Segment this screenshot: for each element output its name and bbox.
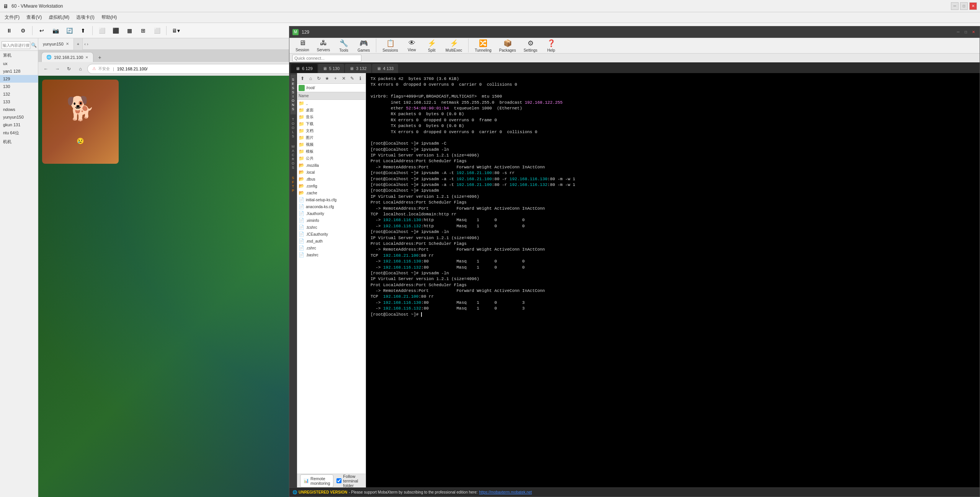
- side-tab-sftp[interactable]: Sftp: [291, 173, 296, 196]
- file-item-10[interactable]: 📂 .local: [297, 169, 366, 176]
- browser-tab-close-icon[interactable]: ✕: [85, 55, 88, 59]
- file-item-9[interactable]: 📂 .mozilla: [297, 162, 366, 169]
- menu-help[interactable]: 帮助(H): [98, 13, 120, 21]
- close-button[interactable]: ✕: [969, 2, 977, 10]
- file-toolbar-bookmark-btn[interactable]: ★: [323, 75, 331, 82]
- sidebar-item-11[interactable]: 机机: [0, 137, 38, 146]
- revert-button[interactable]: ↩: [36, 24, 48, 37]
- sidebar-item-3[interactable]: 129: [0, 75, 38, 83]
- session-tab-130[interactable]: 🖥 5 130: [318, 64, 345, 73]
- pause-button[interactable]: ⏸: [3, 24, 15, 37]
- file-item-11[interactable]: 📂 .dbus: [297, 176, 366, 183]
- file-item-18[interactable]: 📄 .tcshrc: [297, 224, 366, 231]
- toolbar-packages-btn[interactable]: 📦 Packages: [496, 38, 519, 53]
- menu-vm[interactable]: 虚拟机(M): [46, 13, 72, 21]
- browser-tab-active[interactable]: 🌐 192.168.21.100 ✕: [41, 52, 93, 62]
- sidebar-item-9[interactable]: gkun 131: [0, 121, 38, 129]
- statusbar-link[interactable]: https://mobaxterm.mobatek.net: [479, 490, 532, 494]
- file-toolbar-new-btn[interactable]: +: [332, 75, 340, 82]
- file-item-parent[interactable]: 📁 ..: [297, 100, 366, 107]
- quick-connect-input[interactable]: [292, 55, 361, 62]
- sidebar-item-0[interactable]: 算机: [0, 51, 38, 60]
- file-item-14[interactable]: 📄 initial-setup-ks.cfg: [297, 196, 366, 203]
- nav-back-button[interactable]: ←: [41, 64, 51, 73]
- nav-refresh-button[interactable]: ↻: [64, 64, 74, 73]
- sidebar-search-input[interactable]: [2, 41, 30, 49]
- session-tab-133[interactable]: 🖥 4 133: [372, 64, 399, 73]
- toolbar-split-btn[interactable]: ⚡ Split: [423, 38, 441, 53]
- file-item-8[interactable]: 📁 公共: [297, 155, 366, 162]
- toolbar-tools-btn[interactable]: 🔧 Tools: [335, 38, 353, 53]
- sidebar-item-6[interactable]: 133: [0, 98, 38, 106]
- file-item-6[interactable]: 📁 视频: [297, 141, 366, 148]
- vm-tab-close-icon[interactable]: ✕: [66, 42, 69, 46]
- side-tab-sessions[interactable]: Sessions: [291, 75, 296, 114]
- display-button[interactable]: 🖥▾: [170, 24, 182, 37]
- sidebar-item-4[interactable]: 130: [0, 83, 38, 90]
- follow-terminal-checkbox[interactable]: Follow terminal folder: [336, 474, 363, 488]
- file-toolbar-edit-btn[interactable]: ✎: [348, 75, 356, 82]
- follow-terminal-check[interactable]: [336, 478, 341, 483]
- toolbar-tunneling-btn[interactable]: 🔀 Tunneling: [472, 38, 495, 53]
- file-item-5[interactable]: 📁 图片: [297, 134, 366, 141]
- toolbar-settings-btn[interactable]: ⚙ Settings: [521, 38, 541, 53]
- file-item-13[interactable]: 📂 .cache: [297, 189, 366, 196]
- side-tab-tools[interactable]: Tools: [291, 114, 296, 142]
- menu-file[interactable]: 文件(F): [2, 13, 23, 21]
- file-toolbar-refresh-btn[interactable]: ↻: [315, 75, 323, 82]
- file-item-17[interactable]: 📄 .viminfo: [297, 217, 366, 224]
- file-toolbar-info-btn[interactable]: ℹ: [356, 75, 364, 82]
- toolbar-view-btn[interactable]: 👁 View: [403, 38, 421, 53]
- sidebar-item-2[interactable]: yan1 128: [0, 67, 38, 75]
- vm-add-tab[interactable]: +: [74, 38, 83, 50]
- menu-view[interactable]: 查看(V): [23, 13, 45, 21]
- file-item-4[interactable]: 📁 文档: [297, 127, 366, 134]
- side-tab-macros[interactable]: Macros: [291, 142, 296, 173]
- maximize-button[interactable]: □: [960, 2, 968, 10]
- view5-button[interactable]: ⬜: [151, 24, 163, 37]
- file-item-3[interactable]: 📁 下载: [297, 121, 366, 127]
- toolbar-help-btn[interactable]: ❓ Help: [542, 38, 560, 53]
- remote-monitoring-button[interactable]: 📊 Remote monitoring: [300, 474, 333, 487]
- toolbar-sessions-btn[interactable]: 📋 Sessions: [379, 38, 401, 53]
- snapshot2-button[interactable]: 🔄: [63, 24, 75, 37]
- file-item-2[interactable]: 📁 音乐: [297, 114, 366, 121]
- file-item-19[interactable]: 📄 .ICEauthority: [297, 231, 366, 238]
- sidebar-item-7[interactable]: ndows: [0, 106, 38, 113]
- toolbar-games-btn[interactable]: 🎮 Games: [354, 38, 373, 53]
- sidebar-item-8[interactable]: yunyun150: [0, 113, 38, 121]
- file-toolbar-up-btn[interactable]: ⬆: [299, 75, 306, 82]
- file-list[interactable]: 📁 .. 📁 桌面 📁 音乐 📁 下载: [297, 100, 366, 474]
- view2-button[interactable]: ⬛: [109, 24, 122, 37]
- session-tab-132[interactable]: 🖥 3 132: [345, 64, 371, 73]
- file-item-12[interactable]: 📂 .config: [297, 183, 366, 189]
- nav-forward-button[interactable]: →: [53, 64, 62, 73]
- view3-button[interactable]: ▦: [123, 24, 136, 37]
- sidebar-item-10[interactable]: ntu 64位: [0, 129, 38, 137]
- toolbar-multiexec-btn[interactable]: ⚡ MultiExec: [443, 38, 465, 53]
- file-item-21[interactable]: 📄 .cshrc: [297, 244, 366, 251]
- view1-button[interactable]: ⬜: [96, 24, 108, 37]
- settings-button[interactable]: ⚙: [17, 24, 29, 37]
- file-item-15[interactable]: 📄 anaconda-ks.cfg: [297, 203, 366, 210]
- minimize-button[interactable]: ─: [951, 2, 959, 10]
- sidebar-item-1[interactable]: ux: [0, 60, 38, 67]
- toolbar-session-btn[interactable]: 🖥 Session: [292, 38, 312, 53]
- file-toolbar-delete-btn[interactable]: ✕: [340, 75, 348, 82]
- file-item-7[interactable]: 📁 模板: [297, 148, 366, 155]
- session-tab-129[interactable]: 🖥 6 129: [291, 64, 317, 73]
- file-toolbar-home-btn[interactable]: ⌂: [307, 75, 315, 82]
- snapshot-button[interactable]: 📷: [49, 24, 62, 37]
- browser-new-tab-button[interactable]: +: [95, 53, 104, 62]
- terminal-output[interactable]: TX packets 42 bytes 3760 (3.6 KiB) TX er…: [366, 73, 980, 487]
- file-item-20[interactable]: 📄 .esd_auth: [297, 238, 366, 244]
- menu-tabs[interactable]: 选项卡(I): [73, 13, 97, 21]
- file-item-1[interactable]: 📁 桌面: [297, 107, 366, 114]
- file-item-16[interactable]: 📄 .Xauthority: [297, 210, 366, 217]
- view4-button[interactable]: ⊞: [137, 24, 149, 37]
- file-item-22[interactable]: 📄 .bashrc: [297, 251, 366, 258]
- snapshot3-button[interactable]: ⬆: [77, 24, 89, 37]
- nav-home-button[interactable]: ⌂: [76, 64, 85, 73]
- sidebar-item-5[interactable]: 132: [0, 90, 38, 98]
- vm-tab-yunyun150[interactable]: yunyun150 ✕: [38, 38, 74, 50]
